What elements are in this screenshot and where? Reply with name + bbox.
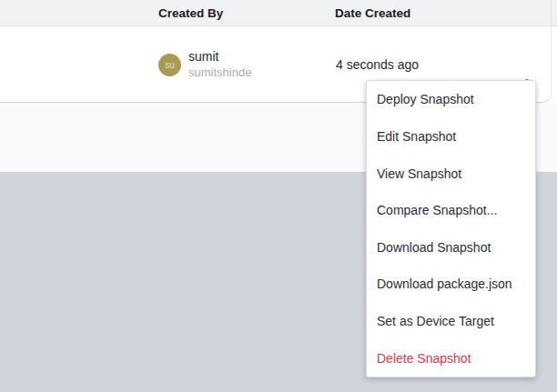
user-name: sumit — [188, 49, 251, 65]
avatar: su — [158, 54, 181, 76]
menu-item[interactable]: Delete Snapshot — [367, 339, 535, 377]
menu-item[interactable]: View Snapshot — [367, 155, 535, 192]
snapshots-page: Created By Date Created su sumit sumitsh… — [0, 0, 557, 392]
menu-item-label: Set as Device Target — [377, 314, 494, 328]
user-username: sumitshinde — [188, 65, 251, 80]
menu-item[interactable]: Set as Device Target — [367, 303, 535, 340]
snapshot-actions-menu: Deploy Snapshot Edit Snapshot View Snaps… — [366, 80, 536, 377]
created-by-cell: su sumit sumitshinde — [158, 26, 251, 103]
column-header-created-by: Created By — [158, 6, 223, 20]
menu-item-label: Delete Snapshot — [377, 351, 471, 366]
menu-item[interactable]: Edit Snapshot — [367, 118, 535, 156]
menu-item-label: Deploy Snapshot — [377, 92, 474, 106]
menu-item[interactable]: Download Snapshot — [367, 229, 535, 266]
user-names: sumit sumitshinde — [188, 49, 251, 79]
menu-item-label: Compare Snapshot... — [377, 203, 497, 217]
menu-item-label: Edit Snapshot — [377, 129, 456, 144]
menu-item[interactable]: Deploy Snapshot — [367, 81, 535, 118]
menu-item[interactable]: Compare Snapshot... — [367, 192, 535, 229]
menu-item-label: Download Snapshot — [377, 240, 491, 255]
menu-item-label: Download package.json — [377, 276, 512, 291]
table-header: Created By Date Created — [0, 0, 552, 26]
menu-item[interactable]: Download package.json — [367, 266, 535, 303]
menu-item-label: View Snapshot — [377, 166, 461, 181]
column-header-date-created: Date Created — [335, 6, 410, 20]
